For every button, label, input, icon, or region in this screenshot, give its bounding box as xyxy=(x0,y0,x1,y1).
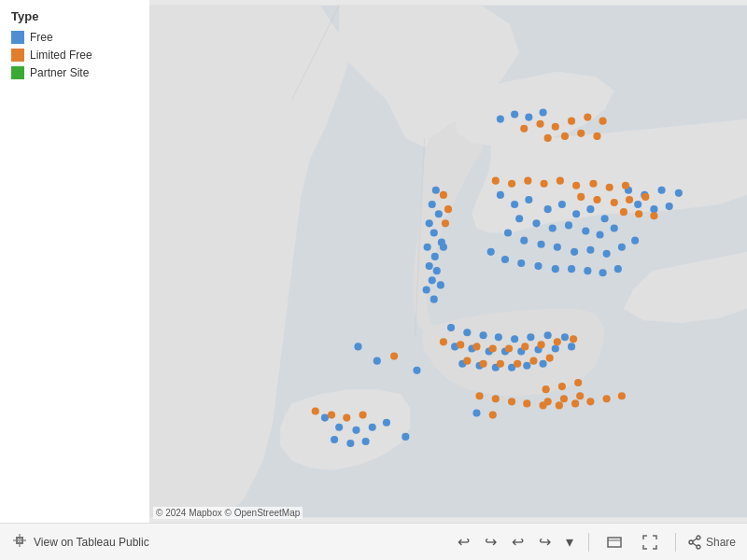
svg-point-99 xyxy=(544,134,552,142)
svg-point-56 xyxy=(447,324,455,331)
svg-point-175 xyxy=(689,540,693,544)
legend-label-free: Free xyxy=(30,31,53,44)
toolbar-divider xyxy=(588,533,589,552)
svg-point-26 xyxy=(544,205,552,213)
svg-point-5 xyxy=(429,201,436,208)
svg-rect-169 xyxy=(16,537,23,539)
svg-point-39 xyxy=(520,237,528,245)
svg-point-13 xyxy=(426,262,433,270)
svg-point-53 xyxy=(584,267,591,274)
forward-button[interactable]: ↪ xyxy=(535,531,555,553)
svg-point-161 xyxy=(489,412,497,419)
svg-point-21 xyxy=(525,114,532,121)
svg-point-91 xyxy=(650,205,657,213)
svg-point-40 xyxy=(537,241,544,248)
svg-point-136 xyxy=(529,357,537,365)
svg-point-153 xyxy=(556,401,563,409)
svg-point-135 xyxy=(514,360,521,368)
svg-point-148 xyxy=(475,392,483,399)
svg-point-128 xyxy=(521,343,529,350)
svg-point-61 xyxy=(527,333,534,341)
svg-point-147 xyxy=(576,392,584,399)
svg-point-160 xyxy=(472,409,480,416)
svg-point-58 xyxy=(480,331,487,339)
svg-point-94 xyxy=(536,120,543,128)
legend-item-free: Free xyxy=(11,31,138,44)
svg-point-16 xyxy=(437,281,444,288)
svg-point-24 xyxy=(511,201,518,208)
svg-point-141 xyxy=(359,412,367,419)
legend-color-partner xyxy=(11,66,24,79)
svg-point-27 xyxy=(558,201,566,208)
svg-point-97 xyxy=(584,114,591,121)
svg-point-127 xyxy=(505,344,513,352)
svg-point-105 xyxy=(524,177,531,185)
redo-button[interactable]: ↪ xyxy=(481,531,500,553)
svg-point-31 xyxy=(515,215,523,222)
svg-point-115 xyxy=(626,196,633,203)
legend-item-partner: Partner Site xyxy=(11,66,138,79)
svg-point-32 xyxy=(532,219,540,227)
svg-point-92 xyxy=(666,203,673,210)
svg-point-8 xyxy=(430,229,438,236)
svg-point-43 xyxy=(586,246,594,254)
svg-point-15 xyxy=(429,276,436,284)
svg-point-37 xyxy=(611,224,618,231)
svg-point-30 xyxy=(601,215,609,222)
svg-point-63 xyxy=(561,333,569,341)
svg-point-22 xyxy=(540,108,547,116)
svg-point-88 xyxy=(658,187,666,194)
svg-point-155 xyxy=(586,398,594,405)
svg-point-78 xyxy=(321,414,329,422)
svg-point-156 xyxy=(603,395,611,402)
svg-point-163 xyxy=(390,353,398,360)
svg-point-116 xyxy=(641,193,649,201)
map-svg xyxy=(149,0,747,523)
svg-point-132 xyxy=(463,357,471,365)
svg-point-83 xyxy=(331,436,338,443)
svg-point-70 xyxy=(552,344,559,352)
svg-point-60 xyxy=(511,335,518,343)
svg-point-159 xyxy=(402,433,409,441)
svg-point-144 xyxy=(574,379,582,386)
svg-point-76 xyxy=(523,362,530,370)
embed-button[interactable] xyxy=(600,532,628,553)
svg-point-17 xyxy=(423,286,430,293)
svg-point-14 xyxy=(433,267,441,274)
legend-label-limited: Limited Free xyxy=(30,49,92,62)
svg-point-120 xyxy=(440,191,447,199)
svg-point-124 xyxy=(457,341,464,348)
svg-point-154 xyxy=(571,399,579,407)
svg-point-140 xyxy=(343,414,350,422)
svg-point-118 xyxy=(635,210,642,217)
svg-rect-171 xyxy=(608,538,621,547)
svg-point-131 xyxy=(570,335,577,343)
share-label: Share xyxy=(706,536,736,549)
map-container[interactable]: © 2024 Mapbox © OpenStreetMap xyxy=(149,0,747,523)
svg-point-109 xyxy=(589,180,597,188)
svg-point-162 xyxy=(374,357,381,365)
main-container: Type Free Limited Free Partner Site xyxy=(0,0,747,560)
undo-button[interactable]: ↩ xyxy=(454,531,473,553)
svg-point-121 xyxy=(444,205,452,213)
dropdown-button[interactable]: ▾ xyxy=(562,531,577,553)
legend-label-partner: Partner Site xyxy=(30,66,89,79)
svg-point-96 xyxy=(568,118,575,125)
back-button[interactable]: ↩ xyxy=(508,531,528,553)
svg-point-50 xyxy=(534,262,542,270)
view-on-tableau-label[interactable]: View on Tableau Public xyxy=(34,536,149,549)
svg-point-25 xyxy=(525,196,532,203)
toolbar: View on Tableau Public ↩ ↪ ↩ ↪ ▾ xyxy=(0,523,747,560)
svg-point-4 xyxy=(432,187,440,194)
svg-point-12 xyxy=(440,244,447,251)
toolbar-right: ↩ ↪ ↩ ↪ ▾ xyxy=(454,531,736,553)
fullscreen-button[interactable] xyxy=(636,532,664,553)
svg-point-143 xyxy=(558,383,566,390)
svg-point-114 xyxy=(611,199,618,206)
share-button[interactable]: Share xyxy=(687,535,736,550)
svg-point-10 xyxy=(424,244,431,251)
svg-point-44 xyxy=(603,250,611,258)
svg-point-6 xyxy=(435,210,443,217)
svg-line-176 xyxy=(693,539,697,541)
legend-color-limited xyxy=(11,49,24,62)
